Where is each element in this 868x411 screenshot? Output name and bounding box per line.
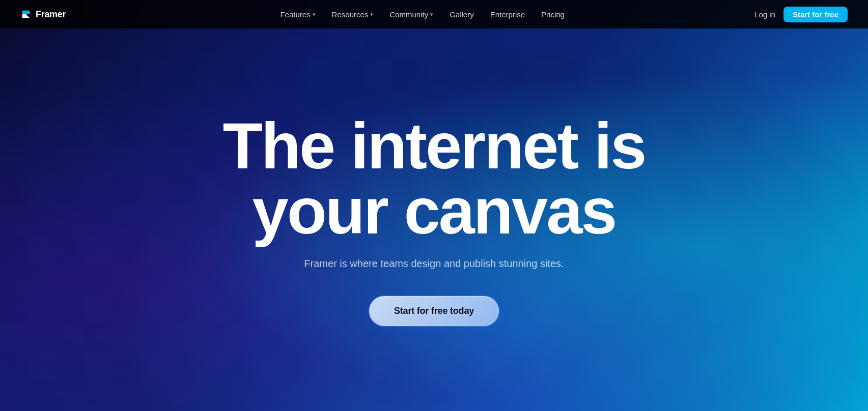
hero-subtitle: Framer is where teams design and publish… <box>304 258 564 270</box>
login-button[interactable]: Log in <box>754 10 775 19</box>
navbar: Framer Features ▾ Resources ▾ Community … <box>0 0 868 28</box>
logo-link[interactable]: Framer <box>20 9 66 20</box>
hero-title: The internet is your canvas <box>223 113 646 244</box>
start-free-nav-button[interactable]: Start for free <box>783 7 848 22</box>
nav-enterprise[interactable]: Enterprise <box>483 7 532 22</box>
framer-icon <box>20 9 32 20</box>
nav-community[interactable]: Community ▾ <box>382 7 440 22</box>
nav-resources[interactable]: Resources ▾ <box>325 7 381 22</box>
hero-section: The internet is your canvas Framer is wh… <box>0 0 868 411</box>
brand-name: Framer <box>36 9 66 20</box>
nav-gallery[interactable]: Gallery <box>442 7 481 22</box>
nav-features[interactable]: Features ▾ <box>273 7 322 22</box>
chevron-down-icon: ▾ <box>370 11 373 18</box>
nav-pricing[interactable]: Pricing <box>534 7 572 22</box>
nav-right: Log in Start for free <box>754 7 848 22</box>
chevron-down-icon: ▾ <box>313 11 316 18</box>
nav-links: Features ▾ Resources ▾ Community ▾ Galle… <box>90 7 754 22</box>
chevron-down-icon: ▾ <box>430 11 433 18</box>
hero-cta-button[interactable]: Start for free today <box>369 296 499 326</box>
